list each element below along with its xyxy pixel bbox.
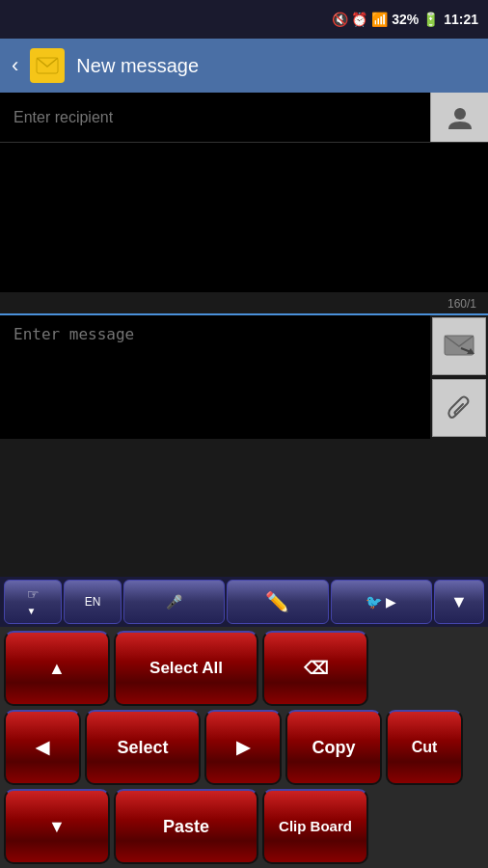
- back-button[interactable]: ‹: [12, 53, 18, 78]
- keyboard-twitter-key[interactable]: 🐦 ▶: [331, 580, 432, 624]
- select-all-key[interactable]: Select All: [114, 631, 258, 706]
- status-bar: 🔇 ⏰ 📶 32% 🔋 11:21: [0, 0, 488, 39]
- keyboard-main: ▲ Select All ⌫ ◀ Select ▶ Copy: [0, 627, 488, 868]
- message-input[interactable]: [0, 315, 430, 439]
- right-arrow-key[interactable]: ▶: [204, 710, 282, 785]
- status-icons: 🔇 ⏰ 📶 32% 🔋: [332, 12, 440, 27]
- message-content-area: [0, 143, 488, 292]
- keyboard-language-key[interactable]: EN: [64, 580, 122, 624]
- keyboard-area: ☞▼ EN 🎤 ✏️ 🐦 ▶ ▼ ▲ Select All ⌫: [0, 577, 488, 868]
- status-time: 11:21: [444, 12, 478, 27]
- backspace-key[interactable]: ⌫: [262, 631, 368, 706]
- message-input-section: 160/1: [0, 292, 488, 439]
- message-action-buttons: [430, 315, 488, 439]
- up-arrow-key[interactable]: ▲: [4, 631, 110, 706]
- clipboard-key[interactable]: Clip Board: [262, 789, 368, 864]
- select-key[interactable]: Select: [85, 710, 201, 785]
- char-count: 160/1: [442, 295, 482, 312]
- message-input-row: [0, 313, 488, 439]
- recipient-input[interactable]: [0, 93, 430, 142]
- recipient-row: [0, 93, 488, 143]
- send-button[interactable]: [432, 317, 486, 375]
- cut-key[interactable]: Cut: [386, 710, 463, 785]
- contact-picker-button[interactable]: [430, 93, 488, 142]
- keyboard-pen-key[interactable]: ✏️: [227, 580, 328, 624]
- keyboard-hand-key[interactable]: ☞▼: [4, 580, 62, 624]
- attach-button[interactable]: [432, 379, 486, 437]
- keyboard-row-1: ▲ Select All ⌫: [4, 631, 484, 706]
- copy-key[interactable]: Copy: [285, 710, 382, 785]
- svg-point-1: [454, 108, 466, 120]
- paste-key[interactable]: Paste: [114, 789, 258, 864]
- app-icon: [30, 48, 65, 83]
- keyboard-hide-key[interactable]: ▼: [434, 580, 484, 624]
- down-arrow-key[interactable]: ▼: [4, 789, 110, 864]
- header: ‹ New message: [0, 39, 488, 93]
- keyboard-top-row: ☞▼ EN 🎤 ✏️ 🐦 ▶ ▼: [0, 577, 488, 627]
- keyboard-row-3: ▼ Paste Clip Board: [4, 789, 484, 864]
- keyboard-mic-key[interactable]: 🎤: [123, 580, 225, 624]
- header-title: New message: [76, 55, 476, 77]
- keyboard-row-2: ◀ Select ▶ Copy Cut: [4, 710, 484, 785]
- left-arrow-key[interactable]: ◀: [4, 710, 81, 785]
